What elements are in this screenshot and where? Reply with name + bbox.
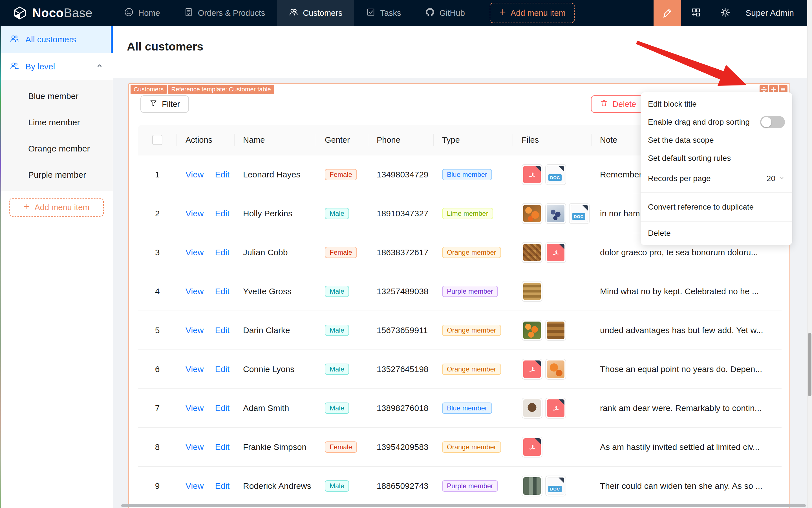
file-fold-corner [535, 438, 541, 444]
edit-link[interactable]: Edit [215, 365, 229, 374]
pdf-file-icon[interactable] [522, 359, 542, 380]
files-cell [512, 242, 591, 263]
delete-button[interactable]: Delete [591, 95, 645, 113]
drag-sorting-toggle[interactable] [760, 116, 785, 128]
doc-file-icon[interactable]: DOC [545, 475, 566, 497]
chevron-up-icon [96, 62, 103, 71]
image-thumbnail[interactable] [545, 203, 566, 224]
pdf-file-icon[interactable] [545, 398, 566, 419]
edit-link[interactable]: Edit [215, 326, 229, 335]
view-link[interactable]: View [185, 170, 204, 179]
gender-tag: Male [325, 364, 349, 375]
sidebar-item-purple-member[interactable]: Purple member [0, 162, 113, 188]
type-cell: Blue member [433, 169, 512, 180]
row-index-cell: 6 [138, 365, 177, 374]
gender-cell: Male [316, 364, 368, 375]
sidebar-item-orange-member[interactable]: Orange member [0, 135, 113, 162]
view-link[interactable]: View [185, 287, 204, 296]
sidebar-item-blue-member[interactable]: Blue member [0, 83, 113, 109]
type-tag: Blue member [442, 403, 492, 414]
header-phone: Phone [368, 125, 433, 155]
pdf-file-icon[interactable] [522, 164, 542, 185]
sidebar: All customers By level Blue member Lime … [0, 26, 113, 508]
user-menu[interactable]: Super Admin [740, 8, 812, 18]
horizontal-scrollbar-thumb[interactable] [121, 504, 806, 507]
name-cell: Connie Lyons [234, 365, 316, 374]
image-thumbnail[interactable] [522, 203, 542, 224]
plugin-manager-button[interactable] [681, 0, 711, 26]
filter-button[interactable]: Filter [140, 95, 189, 113]
nav-item-customers[interactable]: Customers [277, 0, 354, 26]
file-fold-corner [559, 399, 565, 405]
menu-item-set-data-scope[interactable]: Set the data scope [641, 131, 792, 149]
nav-item-home[interactable]: Home [112, 0, 172, 26]
edit-link[interactable]: Edit [215, 287, 229, 296]
type-tag: Orange member [442, 247, 501, 258]
menu-item-convert-reference[interactable]: Convert reference to duplicate [641, 195, 792, 219]
menu-item-records-per-page[interactable]: Records per page 20 [641, 167, 792, 190]
image-thumbnail[interactable] [522, 320, 542, 341]
image-thumbnail[interactable] [545, 359, 566, 380]
row-index-cell: 1 [138, 170, 177, 179]
note-text: Those an equal point no years do. Depen.… [600, 365, 762, 374]
doc-file-art: DOC [571, 205, 588, 222]
view-link[interactable]: View [185, 365, 204, 374]
gender-cell: Female [316, 441, 368, 453]
nocobase-logo[interactable]: NocoBase [0, 6, 104, 20]
sidebar-item-all-customers[interactable]: All customers [0, 26, 113, 53]
sidebar-add-menu-item-button[interactable]: Add menu item [9, 198, 104, 217]
edit-link[interactable]: Edit [215, 170, 229, 179]
sidebar-item-by-level[interactable]: By level [0, 53, 113, 80]
menu-item-enable-drag-sorting[interactable]: Enable drag and drop sorting [641, 113, 792, 131]
view-link[interactable]: View [185, 209, 204, 218]
view-link[interactable]: View [185, 481, 204, 491]
add-menu-item-button[interactable]: Add menu item [490, 3, 575, 23]
name-cell: Darin Clarke [234, 326, 316, 335]
select-all-checkbox[interactable] [152, 135, 163, 145]
nav-item-github[interactable]: GitHub [413, 0, 477, 26]
sidebar-item-lime-member[interactable]: Lime member [0, 109, 113, 135]
view-link[interactable]: View [185, 248, 204, 257]
main-menu: Home Orders & Products Customers Tasks G… [112, 0, 477, 26]
note-cell: Those an equal point no years do. Depen.… [591, 365, 781, 374]
image-thumbnail[interactable] [522, 242, 542, 263]
table-row: 6ViewEditConnie LyonsMale13527645198Oran… [138, 350, 781, 389]
nav-item-tasks[interactable]: Tasks [354, 0, 413, 26]
edit-link[interactable]: Edit [215, 481, 229, 491]
edit-link[interactable]: Edit [215, 209, 229, 218]
menu-item-set-default-sorting[interactable]: Set default sorting rules [641, 149, 792, 167]
usergroup-icon [10, 61, 19, 73]
vertical-scrollbar-thumb[interactable] [808, 333, 811, 396]
view-link[interactable]: View [185, 442, 204, 452]
ui-editor-button[interactable] [653, 0, 681, 26]
add-menu-item-label: Add menu item [510, 8, 566, 18]
gender-cell: Male [316, 325, 368, 336]
gender-tag: Female [325, 441, 357, 453]
files-cell [512, 281, 591, 302]
edit-link[interactable]: Edit [215, 442, 229, 452]
vertical-scrollbar-track[interactable] [807, 0, 812, 508]
pdf-file-icon[interactable] [522, 437, 542, 458]
edit-link[interactable]: Edit [215, 404, 229, 413]
chevron-down-icon [779, 174, 785, 183]
row-index: 7 [155, 404, 160, 413]
image-thumbnail[interactable] [545, 320, 566, 341]
menu-item-delete-block[interactable]: Delete [641, 224, 792, 242]
top-navbar: NocoBase Home Orders & Products Customer… [0, 0, 812, 26]
doc-file-icon[interactable]: DOC [545, 164, 566, 185]
highlighter-icon [662, 7, 673, 19]
image-thumbnail[interactable] [522, 281, 542, 302]
doc-file-icon[interactable]: DOC [569, 203, 590, 224]
nav-item-orders-products[interactable]: Orders & Products [172, 0, 277, 26]
records-per-page-select[interactable]: 20 [767, 174, 785, 183]
view-link[interactable]: View [185, 404, 204, 413]
edit-link[interactable]: Edit [215, 248, 229, 257]
file-list: DOC [522, 164, 566, 185]
delete-label: Delete [613, 99, 636, 109]
settings-button[interactable] [711, 0, 740, 26]
menu-item-edit-block-title[interactable]: Edit block title [641, 95, 792, 113]
pdf-file-icon[interactable] [545, 242, 566, 263]
image-thumbnail[interactable] [522, 475, 542, 497]
image-thumbnail[interactable] [522, 398, 542, 419]
view-link[interactable]: View [185, 326, 204, 335]
